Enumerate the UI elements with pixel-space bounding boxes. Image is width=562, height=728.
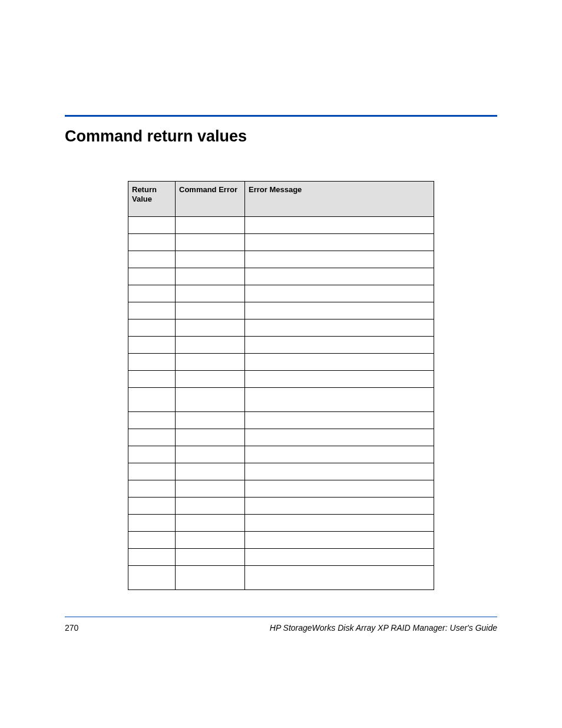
cell-command-error <box>176 446 245 463</box>
cell-error-message <box>245 548 434 565</box>
table-row <box>128 336 434 353</box>
table-row <box>128 429 434 446</box>
cell-return-value <box>128 446 176 463</box>
table-row <box>128 268 434 285</box>
cell-command-error <box>176 268 245 285</box>
cell-error-message <box>245 353 434 370</box>
cell-command-error <box>176 548 245 565</box>
cell-return-value <box>128 480 176 497</box>
table-row <box>128 411 434 429</box>
table-row <box>128 463 434 480</box>
cell-return-value <box>128 268 176 285</box>
page-number: 270 <box>65 623 78 633</box>
cell-return-value <box>128 370 176 387</box>
cell-error-message <box>245 319 434 336</box>
document-title: HP StorageWorks Disk Array XP RAID Manag… <box>270 623 497 633</box>
cell-return-value <box>128 302 176 319</box>
cell-error-message <box>245 370 434 387</box>
col-header-text: Return <box>132 185 157 194</box>
cell-return-value <box>128 429 176 446</box>
cell-return-value <box>128 387 176 411</box>
cell-error-message <box>245 268 434 285</box>
cell-command-error <box>176 353 245 370</box>
cell-command-error <box>176 387 245 411</box>
cell-command-error <box>176 411 245 429</box>
cell-command-error <box>176 251 245 268</box>
col-header-text: Value <box>132 195 152 203</box>
cell-return-value <box>128 565 176 589</box>
cell-error-message <box>245 411 434 429</box>
document-page: Command return values Return Value Comma… <box>0 0 562 728</box>
cell-command-error <box>176 319 245 336</box>
col-header-command-error: Command Error <box>176 182 245 217</box>
table-row <box>128 251 434 268</box>
table-row <box>128 353 434 370</box>
cell-return-value <box>128 463 176 480</box>
command-return-values-table: Return Value Command Error Error Message <box>128 181 434 590</box>
table-row <box>128 480 434 497</box>
cell-error-message <box>245 302 434 319</box>
cell-return-value <box>128 216 176 233</box>
cell-error-message <box>245 429 434 446</box>
cell-command-error <box>176 531 245 548</box>
cell-command-error <box>176 565 245 589</box>
cell-error-message <box>245 285 434 302</box>
cell-error-message <box>245 463 434 480</box>
table-header-row: Return Value Command Error Error Message <box>128 182 434 217</box>
cell-return-value <box>128 353 176 370</box>
cell-command-error <box>176 302 245 319</box>
table-row <box>128 446 434 463</box>
cell-command-error <box>176 463 245 480</box>
cell-error-message <box>245 446 434 463</box>
cell-return-value <box>128 497 176 514</box>
cell-error-message <box>245 387 434 411</box>
cell-error-message <box>245 251 434 268</box>
cell-return-value <box>128 319 176 336</box>
cell-return-value <box>128 336 176 353</box>
table-container: Return Value Command Error Error Message <box>65 181 497 590</box>
cell-return-value <box>128 411 176 429</box>
cell-return-value <box>128 233 176 251</box>
cell-error-message <box>245 480 434 497</box>
cell-command-error <box>176 285 245 302</box>
table-row <box>128 302 434 319</box>
table-row <box>128 285 434 302</box>
cell-error-message <box>245 531 434 548</box>
col-header-error-message: Error Message <box>245 182 434 217</box>
cell-error-message <box>245 216 434 233</box>
table-row <box>128 370 434 387</box>
cell-command-error <box>176 370 245 387</box>
table-row <box>128 514 434 531</box>
table-row <box>128 387 434 411</box>
cell-return-value <box>128 548 176 565</box>
table-row <box>128 319 434 336</box>
table-row <box>128 216 434 233</box>
cell-return-value <box>128 514 176 531</box>
section-title: Command return values <box>65 127 497 146</box>
table-row <box>128 233 434 251</box>
cell-error-message <box>245 233 434 251</box>
col-header-return-value: Return Value <box>128 182 176 217</box>
table-row <box>128 531 434 548</box>
section-top-rule <box>65 115 497 117</box>
table-body <box>128 216 434 589</box>
cell-command-error <box>176 514 245 531</box>
cell-command-error <box>176 497 245 514</box>
footer-rule <box>65 617 497 617</box>
table-row <box>128 497 434 514</box>
table-row <box>128 565 434 589</box>
cell-return-value <box>128 251 176 268</box>
page-footer: 270 HP StorageWorks Disk Array XP RAID M… <box>65 623 497 633</box>
cell-command-error <box>176 336 245 353</box>
cell-command-error <box>176 233 245 251</box>
cell-command-error <box>176 429 245 446</box>
cell-return-value <box>128 285 176 302</box>
cell-error-message <box>245 514 434 531</box>
cell-command-error <box>176 480 245 497</box>
cell-error-message <box>245 497 434 514</box>
cell-error-message <box>245 336 434 353</box>
cell-error-message <box>245 565 434 589</box>
table-row <box>128 548 434 565</box>
cell-command-error <box>176 216 245 233</box>
cell-return-value <box>128 531 176 548</box>
